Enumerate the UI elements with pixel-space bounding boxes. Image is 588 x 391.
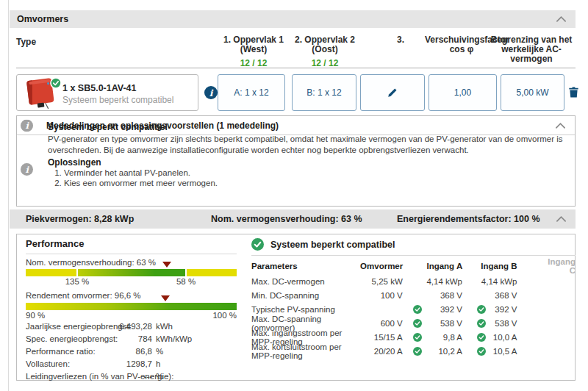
solution-item: Verminder het aantal PV-panelen. bbox=[64, 168, 218, 178]
gauge2-label: Rendement omvormer: 96,6 % bbox=[26, 291, 141, 300]
check-circle-icon bbox=[477, 319, 486, 328]
inverter-image bbox=[21, 76, 62, 110]
check-circle-icon bbox=[477, 305, 486, 314]
check-circle-icon bbox=[413, 319, 422, 328]
stat-row: Jaarlijkse energieopbrengst: 6.493,28 kW… bbox=[26, 322, 239, 334]
column-header-type: Type bbox=[16, 37, 36, 47]
column-header-ac-limit: Begrenzing van het werkelijke AC-vermoge… bbox=[490, 35, 573, 64]
solutions-list: Verminder het aantal PV-panelen. Kies ee… bbox=[48, 168, 218, 188]
panel-title: Omvormers bbox=[17, 14, 68, 24]
messages-panel: Mededelingen en oplossingsvoorstellen (1… bbox=[16, 115, 576, 207]
gauge2-tick2: 100 % bbox=[212, 311, 237, 320]
stat-row: Spec. energieopbrengst: 784 kWh/kWp bbox=[26, 334, 239, 347]
table-row: Min. DC-spanning 100 V 368 V 368 V bbox=[251, 288, 576, 302]
check-circle-icon bbox=[413, 305, 422, 314]
inverter-efficiency-gauge: 90 % 100 % bbox=[26, 303, 237, 310]
input-b-config-button[interactable]: B: 1 x 12 bbox=[292, 74, 356, 111]
info-icon bbox=[21, 119, 33, 132]
surface1-subtitle: (West) bbox=[218, 45, 289, 54]
check-circle-icon bbox=[413, 347, 422, 356]
power-ratio-gauge: 135 % 58 % bbox=[26, 269, 237, 276]
performance-divider bbox=[26, 254, 237, 254]
inverter-name: 1 x SB5.0-1AV-41 bbox=[62, 83, 137, 93]
input-a-config-button[interactable]: A: 1 x 12 bbox=[218, 74, 285, 111]
info-icon bbox=[21, 163, 33, 176]
table-row: Max. DC-vermogen 5,25 kW 4,14 kWp 4,14 k… bbox=[251, 274, 576, 288]
solutions-title: Oplossingen bbox=[48, 157, 101, 168]
inverter-type-card[interactable]: 1 x SB5.0-1AV-41 Systeem beperkt compati… bbox=[16, 74, 198, 111]
gauge1-tick2: 58 % bbox=[164, 277, 208, 286]
parameters-table: Parameters Omvormer Ingang A Ingang B In… bbox=[251, 259, 576, 358]
gauge1-tick1: 135 % bbox=[55, 277, 99, 286]
panel-header[interactable]: Omvormers bbox=[10, 10, 576, 28]
column-header-surface1: 1. Oppervlak 1 (West) 12 / 12 bbox=[218, 35, 289, 71]
parameters-table-header: Parameters Omvormer Ingang A Ingang B In… bbox=[251, 259, 576, 273]
performance-title: Performance bbox=[26, 238, 84, 249]
summary-energy-factor: Energierendementsfactor: 100 % bbox=[397, 214, 540, 224]
surface3-edit-button[interactable] bbox=[360, 74, 425, 111]
stat-row: Performance ratio: 86,8 % bbox=[26, 347, 239, 359]
message-body: PV-generator en type omvormer zijn slech… bbox=[48, 134, 573, 156]
stat-row: Leidingverliezen (in % van PV-energie): … bbox=[26, 372, 239, 384]
gauge2-marker-icon bbox=[161, 295, 170, 301]
summary-bar[interactable]: Piekvermogen: 8,28 kWp Nom. vermogensver… bbox=[10, 209, 576, 229]
table-row: Max. kortsluitstroom per MPP-regeling 20… bbox=[251, 344, 576, 358]
gauge1-marker-icon bbox=[162, 262, 171, 268]
column-header-cos-phi: Verschuivingsfactor cos φ bbox=[425, 35, 498, 54]
gauge2-tick1: 90 % bbox=[26, 311, 45, 320]
trash-icon[interactable] bbox=[567, 86, 580, 98]
summary-peak-power: Piekvermogen: 8,28 kWp bbox=[26, 214, 134, 224]
solution-item: Kies een omvormer met meer vermogen. bbox=[64, 178, 218, 188]
panel-left-divider bbox=[8, 0, 9, 391]
summary-power-ratio: Nom. vermogensverhouding: 63 % bbox=[211, 214, 362, 224]
pencil-icon bbox=[387, 87, 398, 98]
cos-phi-value-button[interactable]: 1,00 bbox=[429, 74, 497, 111]
column-header-surface2: 2. Oppervlak 2 (Oost) 12 / 12 bbox=[290, 35, 360, 71]
ac-limit-value-button[interactable]: 5,00 kW bbox=[501, 74, 564, 111]
check-circle-icon bbox=[477, 347, 486, 356]
check-circle-icon bbox=[413, 333, 422, 342]
collapse-chevron-icon[interactable] bbox=[555, 122, 566, 129]
message-title: Systeem beperkt compatibel bbox=[48, 122, 168, 132]
column-header-surface3: 3. bbox=[384, 35, 417, 45]
surface2-subtitle: (Oost) bbox=[290, 45, 360, 54]
collapse-chevron-icon[interactable] bbox=[556, 15, 567, 23]
gauge1-label: Nom. vermogensverhouding: 63 % bbox=[26, 258, 156, 267]
inverter-status-text: Systeem beperkt compatibel bbox=[62, 95, 173, 105]
info-icon[interactable] bbox=[204, 86, 218, 99]
stat-row: Vollasturen: 1298,7 h bbox=[26, 359, 239, 372]
parameters-status-title: Systeem beperkt compatibel bbox=[270, 240, 395, 250]
omvormers-panel: Omvormers Type 1. Oppervlak 1 (West) 12 … bbox=[0, 0, 588, 391]
parameters-divider bbox=[251, 255, 576, 256]
check-circle-icon bbox=[251, 238, 264, 251]
check-circle-icon bbox=[477, 333, 486, 342]
collapse-chevron-icon[interactable] bbox=[556, 215, 567, 223]
header-divider bbox=[16, 68, 576, 68]
